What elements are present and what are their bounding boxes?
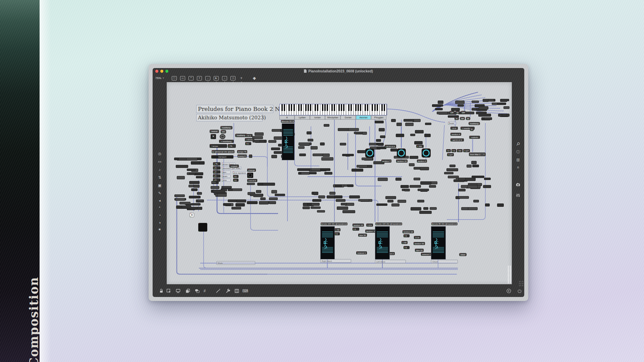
patch-object-timesig-4-4[interactable]: timesig 4 4 xyxy=(237,155,247,158)
piano-black-key[interactable] xyxy=(374,104,376,111)
piano-black-key[interactable] xyxy=(381,104,383,111)
minimize-button[interactable] xyxy=(160,70,163,73)
list-icon[interactable]: ≡ xyxy=(517,166,519,169)
patch-object-box[interactable] xyxy=(260,140,265,143)
patch-object-box[interactable] xyxy=(299,142,310,145)
note-icon[interactable]: ♪ xyxy=(159,168,161,172)
patch-object-box[interactable] xyxy=(320,168,331,171)
patch-object-0[interactable]: 0 xyxy=(404,246,410,249)
asterisk-icon[interactable]: * xyxy=(159,206,160,210)
patch-object-box[interactable] xyxy=(196,176,203,178)
patch-object-box[interactable] xyxy=(324,124,329,127)
piano-black-key[interactable] xyxy=(324,104,326,111)
patch-object-box[interactable] xyxy=(269,197,278,200)
patch-object-box[interactable] xyxy=(341,203,347,205)
patch-object-d-[interactable]: D# xyxy=(461,111,466,114)
patch-object-box[interactable] xyxy=(213,190,225,193)
patch-object-0[interactable]: 0 xyxy=(233,179,238,182)
patch-object-0[interactable]: 0 xyxy=(404,234,410,237)
patch-object-box[interactable] xyxy=(329,192,335,195)
routing-icon[interactable]: ⇅ xyxy=(158,176,161,179)
patch-object-tempo-76[interactable]: tempo 76 xyxy=(237,150,247,153)
patch-object-box[interactable] xyxy=(175,198,185,201)
patch-object-box[interactable] xyxy=(222,186,232,188)
patch-object-box[interactable] xyxy=(501,99,509,101)
slider-icon[interactable]: =▾ xyxy=(222,76,227,80)
patch-object-t-b-1[interactable]: t b 1 xyxy=(245,134,253,137)
patch-object-random-10[interactable]: random 10 xyxy=(353,224,364,227)
patch-object-random-50[interactable]: random 50 xyxy=(414,242,425,245)
patch-object-box[interactable] xyxy=(297,168,310,171)
patch-object-box[interactable] xyxy=(488,99,494,102)
patch-object-box[interactable] xyxy=(324,172,332,175)
patch-object-0[interactable]: 0 xyxy=(451,149,456,152)
patch-object-box[interactable] xyxy=(484,178,491,180)
patch-object-box[interactable] xyxy=(260,197,266,200)
patch-object-box[interactable] xyxy=(420,181,432,185)
patch-object-box[interactable] xyxy=(414,141,423,144)
patch-object-box[interactable] xyxy=(376,203,387,206)
patch-object-box[interactable] xyxy=(461,185,468,188)
patch-object-loadbang[interactable]: loadbang xyxy=(469,122,480,125)
patch-author-comment[interactable]: Akihiko Matsumoto (2023) xyxy=(196,114,263,121)
info-icon[interactable]: ⓘ xyxy=(516,150,520,154)
patch-object--60[interactable]: + 60 xyxy=(401,241,408,244)
patch-object-makenote-100-16n-repeatmode-2[interactable]: makenote 100 16n @repeatmode 2 xyxy=(321,223,347,225)
patch-object-box[interactable] xyxy=(455,101,464,104)
patch-object-box[interactable] xyxy=(235,203,245,206)
playbar-icon[interactable]: ▶▾ xyxy=(214,76,219,80)
patch-object-box[interactable] xyxy=(312,199,321,202)
patch-object-0-[interactable]: 0. xyxy=(213,166,220,170)
patch-object-127[interactable]: 127 xyxy=(447,153,454,156)
message-icon[interactable]: ▭ xyxy=(180,76,185,80)
patch-object-box[interactable] xyxy=(194,185,200,188)
piano-black-key[interactable] xyxy=(365,104,366,111)
mode-tab-ionian[interactable]: Ionian xyxy=(310,115,325,120)
patch-object-box[interactable] xyxy=(414,167,421,170)
zoom-level-dropdown[interactable]: 75%▼ xyxy=(155,76,164,80)
patch-object-box[interactable] xyxy=(217,193,227,197)
piano-black-key[interactable] xyxy=(310,104,311,111)
patch-object-noteout-1[interactable]: noteout 1 xyxy=(356,251,367,254)
patch-object-sel-0-1-2-3[interactable]: sel 0 1 2 3 xyxy=(450,138,464,141)
patch-object-box[interactable] xyxy=(362,158,373,160)
patch-object-0[interactable]: 0 xyxy=(213,170,220,174)
piano-black-key[interactable] xyxy=(308,104,309,111)
patch-object-box[interactable] xyxy=(423,207,428,210)
audio-toggle-icon[interactable] xyxy=(506,288,512,294)
patch-object-box[interactable] xyxy=(223,203,231,206)
patch-object-box[interactable] xyxy=(199,161,205,165)
search-icon[interactable]: ⚲ xyxy=(516,141,521,147)
layers-icon[interactable] xyxy=(185,288,191,294)
keyboard-icon[interactable]: ⌨ xyxy=(243,288,248,294)
patch-object-1[interactable]: 1 xyxy=(470,128,474,131)
patch-object-box[interactable] xyxy=(320,142,325,145)
patch-object-box[interactable] xyxy=(503,106,510,109)
console-icon[interactable] xyxy=(195,288,200,294)
toggle-icon[interactable]: ○▾ xyxy=(205,76,210,80)
patch-object-box[interactable] xyxy=(429,185,436,188)
patch-object-box[interactable] xyxy=(472,101,479,103)
patch-object-box[interactable] xyxy=(255,132,263,136)
patch-object-0[interactable]: 0 xyxy=(213,174,220,178)
patch-object-t-0-b-b[interactable]: t 0 b b xyxy=(245,138,254,141)
patch-object-box[interactable] xyxy=(458,189,466,191)
patch-object-b[interactable]: B xyxy=(466,117,470,120)
patch-object-box[interactable] xyxy=(311,206,321,209)
patch-object-t-1-b[interactable]: t 1 b xyxy=(414,236,421,239)
patch-object-box[interactable] xyxy=(176,165,188,168)
patch-object-box[interactable] xyxy=(274,136,283,140)
patch-object-box[interactable] xyxy=(189,196,201,198)
piano-black-key[interactable] xyxy=(360,104,361,111)
comment-left-hand[interactable]: Left Hand xyxy=(375,260,406,263)
patch-object-box[interactable] xyxy=(313,192,319,195)
piano-black-key[interactable] xyxy=(348,104,350,111)
patch-object-box[interactable] xyxy=(317,210,325,213)
piano-black-key[interactable] xyxy=(372,104,373,111)
piano-black-key[interactable] xyxy=(377,104,378,111)
patch-object--[interactable]: ✕ xyxy=(190,213,194,217)
patch-object-box[interactable] xyxy=(424,134,431,137)
patch-object-box[interactable] xyxy=(187,169,196,171)
patch-object-0[interactable]: 0 xyxy=(334,232,340,235)
patch-object-random-10[interactable]: random 10 xyxy=(402,230,414,233)
